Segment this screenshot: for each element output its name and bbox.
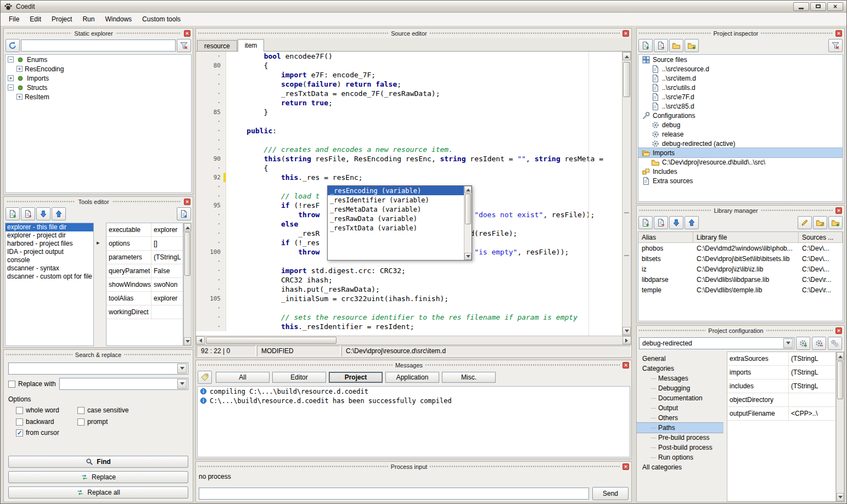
completion-item-restxtdata-variable[interactable]: _resTxtData (variable) [328, 223, 464, 233]
find-button[interactable]: Find [8, 456, 188, 468]
menu-custom-tools[interactable]: Custom tools [137, 13, 186, 25]
drag-grip[interactable] [639, 209, 711, 212]
filter-sources-button[interactable] [828, 39, 843, 52]
property-value[interactable]: explorer [152, 295, 183, 302]
remove-library-button[interactable] [654, 216, 668, 229]
category-debugging[interactable]: Debugging [637, 383, 723, 393]
add-source-folder-button[interactable] [685, 39, 699, 52]
message-item[interactable]: C:\...\build\resource.d.coedit has been … [198, 396, 630, 405]
scroll-down-button[interactable] [464, 253, 472, 260]
inspector-item-src-resource-d[interactable]: ..\src\resource.d [638, 64, 843, 73]
filter-button-misc[interactable]: Misc. [442, 372, 496, 383]
move-library-up-button[interactable] [685, 216, 699, 229]
library-row-iz[interactable]: izC:\Dev\dproj\iz\lib\iz.libC:\Dev\... [638, 264, 843, 274]
messages-header[interactable]: Messages × [196, 360, 631, 370]
tree-expander-icon[interactable]: + [8, 75, 14, 81]
scroll-up-button[interactable] [622, 52, 631, 60]
tree-item-enums[interactable]: −Enums [5, 55, 191, 64]
library-column-sources[interactable]: Sources ... [799, 232, 843, 242]
completion-scrollbar[interactable] [464, 186, 472, 260]
inspector-item-configurations[interactable]: Configurations [638, 111, 843, 120]
titlebar[interactable]: Coedit × [1, 1, 846, 13]
drag-grip[interactable] [112, 200, 181, 203]
property-value[interactable]: <CPP>..\ [789, 410, 835, 417]
drag-grip[interactable] [124, 353, 190, 356]
drag-grip[interactable] [6, 353, 72, 356]
scroll-down-button[interactable] [184, 337, 191, 346]
drag-grip[interactable] [639, 32, 711, 35]
scroll-up-button[interactable] [464, 186, 472, 193]
category-others[interactable]: Others [637, 413, 723, 423]
menu-edit[interactable]: Edit [25, 13, 46, 25]
message-item[interactable]: compiling C:\...\build\resource.d.coedit [198, 387, 630, 396]
tools-grid-scrollbar[interactable] [183, 223, 192, 346]
tool-item-harbored-project-files[interactable]: harbored - project files [5, 240, 93, 248]
drag-grip[interactable] [6, 32, 71, 35]
config-property-objectdirectory[interactable]: objectDirectory [727, 393, 835, 407]
clear-messages-button[interactable] [198, 371, 212, 384]
library-row-bitsets[interactable]: bitsetsC:\Dev\dproj\bitSet\lib\bitsets.l… [638, 253, 843, 264]
property-value[interactable]: False [152, 267, 183, 275]
tools-editor-header[interactable]: Tools editor × [4, 197, 193, 206]
scrollbar-track[interactable] [464, 193, 472, 253]
category-documentation[interactable]: Documentation [637, 393, 723, 403]
inspector-item-debug[interactable]: debug [638, 120, 843, 129]
editor-horizontal-scrollbar[interactable] [196, 336, 631, 344]
dropdown-button[interactable] [177, 379, 187, 389]
inspector-item-extra-sources[interactable]: Extra sources [638, 176, 843, 185]
tool-item-dscanner-syntax[interactable]: dscanner - syntax [5, 264, 93, 273]
scrollbar-track[interactable] [622, 60, 631, 327]
completion-item-resrawdata-variable[interactable]: _resRawData (variable) [328, 214, 464, 223]
tool-item-explorer-project-dir[interactable]: explorer - project dir [5, 231, 93, 240]
close-panel-icon[interactable]: × [835, 30, 842, 37]
drag-grip[interactable] [761, 32, 833, 35]
add-configuration-button[interactable] [796, 337, 810, 350]
completion-item-residentifier-variable[interactable]: _resIdentifier (variable) [328, 195, 464, 205]
inspector-item-imports[interactable]: Imports [638, 148, 843, 157]
project-inspector-header[interactable]: Project inspector × [637, 29, 844, 38]
property-row-queryparamet[interactable]: queryParametFalse [106, 264, 183, 278]
search-replace-header[interactable]: Search & replace [4, 350, 193, 359]
send-button[interactable]: Send [592, 487, 629, 500]
tree-item-resencoding[interactable]: +ResEncoding [5, 64, 191, 73]
tab-resource[interactable]: resource [197, 40, 237, 51]
tree-expander-icon[interactable]: + [16, 66, 23, 72]
maximize-button[interactable] [810, 2, 826, 11]
config-property-outputfilename[interactable]: outputFilename<CPP>..\ [727, 407, 835, 421]
drag-grip[interactable] [116, 32, 181, 35]
tree-expander-icon[interactable]: − [8, 56, 14, 63]
scroll-right-button[interactable] [622, 336, 631, 344]
replace-with-checkbox[interactable]: Replace with [8, 380, 56, 388]
menu-project[interactable]: Project [47, 13, 77, 25]
library-manager-header[interactable]: Library manager × [637, 206, 844, 215]
remove-source-button[interactable] [654, 39, 668, 52]
property-value[interactable]: swoNon [152, 281, 183, 288]
tool-item-explorer-this-file-dir[interactable]: explorer - this file dir [5, 223, 93, 231]
tree-expander-icon[interactable]: + [16, 94, 23, 100]
scroll-down-button[interactable] [622, 327, 631, 335]
close-button[interactable]: × [827, 2, 843, 11]
library-row-temple[interactable]: templeC:\Dev\dlibs\temple.libC:\Dev\r... [638, 285, 843, 295]
property-row-parameters[interactable]: parameters(TStringL [106, 251, 183, 264]
edit-library-button[interactable] [798, 216, 812, 229]
property-value[interactable]: (TStringL [152, 253, 183, 261]
scrollbar-thumb[interactable] [623, 62, 630, 97]
scrollbar-thumb[interactable] [184, 232, 190, 276]
close-panel-icon[interactable]: × [622, 463, 629, 470]
tool-item-dscanner-custom-opt-for-file[interactable]: dscanner - custom opt for file [5, 273, 93, 281]
library-column-alias[interactable]: Alias [638, 232, 693, 242]
category-post-build-process[interactable]: Post-build process [637, 443, 723, 452]
filter-button-all[interactable]: All [216, 372, 270, 383]
code-area[interactable]: · bool encodee7F()80 {· import e7F: enco… [196, 52, 622, 336]
close-panel-icon[interactable]: × [835, 207, 842, 214]
library-column-library-file[interactable]: Library file [693, 232, 799, 242]
inspector-item-c-dev-dproj-resource-d-build-src[interactable]: C:\Dev\dproj\resource.d\build\..\src\ [638, 157, 843, 167]
tool-item-console[interactable]: console [5, 256, 93, 264]
process-input-header[interactable]: Process input × [196, 462, 631, 471]
filter-button-project[interactable]: Project [329, 372, 383, 383]
close-panel-icon[interactable]: × [184, 30, 190, 37]
filter-button-editor[interactable]: Editor [272, 372, 326, 383]
property-row-toolalias[interactable]: toolAliasexplorer [106, 292, 183, 305]
edit-library-file-button[interactable] [813, 216, 827, 229]
drag-grip[interactable] [761, 209, 833, 212]
